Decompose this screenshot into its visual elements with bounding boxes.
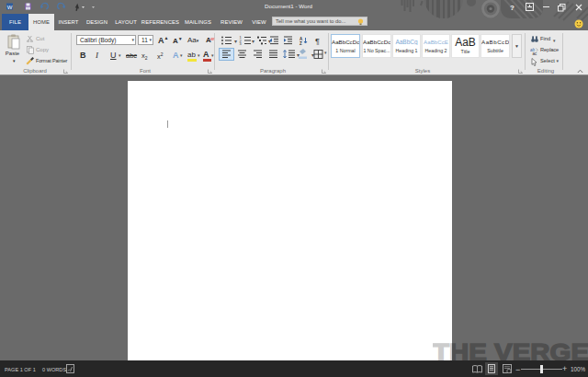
svg-text:▾: ▾ xyxy=(268,39,271,44)
svg-text:3: 3 xyxy=(240,41,243,45)
svg-text:THE VERGE: THE VERGE xyxy=(433,343,588,361)
svg-text:Z: Z xyxy=(300,41,302,45)
svg-text:ac: ac xyxy=(533,51,538,55)
svg-text:W: W xyxy=(7,5,13,10)
svg-text:▾: ▾ xyxy=(252,39,254,44)
svg-text:¶: ¶ xyxy=(315,37,320,45)
svg-text:▾: ▾ xyxy=(234,39,237,44)
svg-text:?: ? xyxy=(510,4,514,12)
